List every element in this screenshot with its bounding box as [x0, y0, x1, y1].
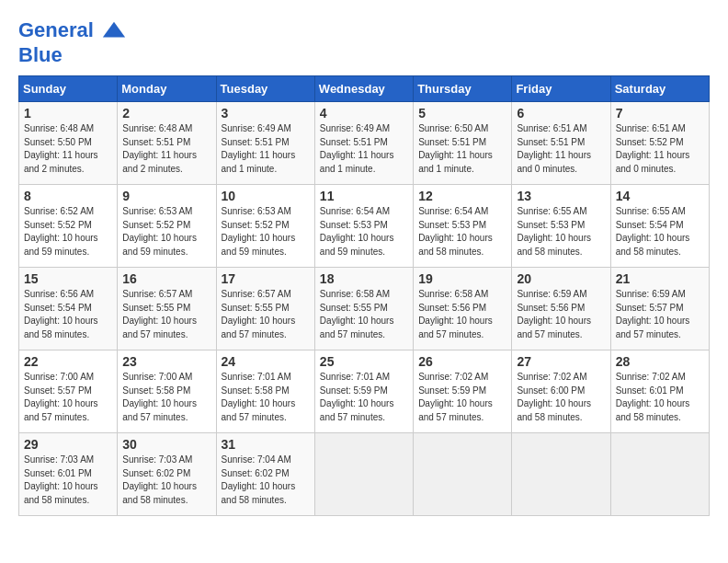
- day-number: 9: [122, 189, 210, 203]
- day-info: Sunrise: 6:55 AMSunset: 5:53 PMDaylight:…: [517, 205, 605, 259]
- calendar-cell: 17Sunrise: 6:57 AMSunset: 5:55 PMDayligh…: [216, 268, 314, 350]
- day-of-week-header: Tuesday: [216, 76, 314, 102]
- calendar-cell: 19Sunrise: 6:58 AMSunset: 5:56 PMDayligh…: [414, 268, 512, 350]
- calendar-cell: 15Sunrise: 6:56 AMSunset: 5:54 PMDayligh…: [19, 268, 118, 350]
- day-number: 10: [222, 189, 310, 203]
- calendar-cell: [414, 433, 512, 516]
- calendar-cell: 7Sunrise: 6:51 AMSunset: 5:52 PMDaylight…: [610, 102, 709, 185]
- calendar-cell: 12Sunrise: 6:54 AMSunset: 5:53 PMDayligh…: [414, 185, 512, 268]
- calendar-cell: 10Sunrise: 6:53 AMSunset: 5:52 PMDayligh…: [216, 185, 314, 268]
- calendar-cell: 18Sunrise: 6:58 AMSunset: 5:55 PMDayligh…: [314, 268, 413, 350]
- day-info: Sunrise: 6:56 AMSunset: 5:54 PMDaylight:…: [24, 288, 112, 341]
- day-info: Sunrise: 7:00 AMSunset: 5:57 PMDaylight:…: [24, 371, 112, 424]
- day-of-week-header: Friday: [512, 76, 610, 102]
- day-info: Sunrise: 6:54 AMSunset: 5:53 PMDaylight:…: [418, 205, 506, 259]
- day-number: 2: [122, 106, 210, 121]
- day-number: 12: [418, 189, 506, 203]
- calendar-cell: 25Sunrise: 7:01 AMSunset: 5:59 PMDayligh…: [314, 350, 413, 433]
- logo-text-blue: Blue: [18, 44, 127, 66]
- calendar-cell: 8Sunrise: 6:52 AMSunset: 5:52 PMDaylight…: [19, 185, 118, 268]
- calendar-cell: [512, 433, 610, 516]
- day-info: Sunrise: 6:49 AMSunset: 5:51 PMDaylight:…: [222, 122, 310, 176]
- day-of-week-header: Wednesday: [314, 76, 413, 102]
- day-info: Sunrise: 7:04 AMSunset: 6:02 PMDaylight:…: [222, 454, 310, 507]
- day-number: 4: [320, 106, 408, 121]
- calendar-cell: 20Sunrise: 6:59 AMSunset: 5:56 PMDayligh…: [512, 268, 610, 350]
- calendar-cell: 30Sunrise: 7:03 AMSunset: 6:02 PMDayligh…: [118, 433, 216, 516]
- day-number: 18: [320, 271, 408, 286]
- calendar-header-row: SundayMondayTuesdayWednesdayThursdayFrid…: [19, 76, 710, 102]
- day-of-week-header: Monday: [118, 76, 216, 102]
- calendar-cell: 9Sunrise: 6:53 AMSunset: 5:52 PMDaylight…: [118, 185, 216, 268]
- day-info: Sunrise: 6:57 AMSunset: 5:55 PMDaylight:…: [222, 288, 310, 341]
- day-number: 26: [418, 354, 506, 369]
- day-number: 11: [320, 189, 408, 203]
- calendar-cell: 29Sunrise: 7:03 AMSunset: 6:01 PMDayligh…: [19, 433, 118, 516]
- day-info: Sunrise: 6:53 AMSunset: 5:52 PMDaylight:…: [122, 205, 210, 259]
- day-number: 7: [616, 106, 704, 121]
- day-info: Sunrise: 6:58 AMSunset: 5:55 PMDaylight:…: [320, 288, 408, 341]
- day-of-week-header: Sunday: [19, 76, 118, 102]
- day-number: 1: [24, 106, 112, 121]
- calendar-body: 1Sunrise: 6:48 AMSunset: 5:50 PMDaylight…: [19, 102, 710, 516]
- day-info: Sunrise: 6:51 AMSunset: 5:51 PMDaylight:…: [517, 122, 605, 176]
- calendar-cell: [314, 433, 413, 516]
- calendar-cell: 4Sunrise: 6:49 AMSunset: 5:51 PMDaylight…: [314, 102, 413, 185]
- day-number: 5: [418, 106, 506, 121]
- day-of-week-header: Saturday: [610, 76, 709, 102]
- calendar-cell: 3Sunrise: 6:49 AMSunset: 5:51 PMDaylight…: [216, 102, 314, 185]
- day-number: 24: [222, 354, 310, 369]
- calendar-cell: 13Sunrise: 6:55 AMSunset: 5:53 PMDayligh…: [512, 185, 610, 268]
- day-number: 6: [517, 106, 605, 121]
- day-number: 8: [24, 189, 112, 203]
- logo-text: General: [18, 18, 127, 44]
- day-info: Sunrise: 6:52 AMSunset: 5:52 PMDaylight:…: [24, 205, 112, 259]
- day-number: 3: [222, 106, 310, 121]
- day-info: Sunrise: 6:58 AMSunset: 5:56 PMDaylight:…: [418, 288, 506, 341]
- day-number: 13: [517, 189, 605, 203]
- calendar-cell: 26Sunrise: 7:02 AMSunset: 5:59 PMDayligh…: [414, 350, 512, 433]
- day-info: Sunrise: 6:55 AMSunset: 5:54 PMDaylight:…: [616, 205, 704, 259]
- calendar-cell: 27Sunrise: 7:02 AMSunset: 6:00 PMDayligh…: [512, 350, 610, 433]
- calendar-table: SundayMondayTuesdayWednesdayThursdayFrid…: [18, 75, 710, 516]
- calendar-week-row: 15Sunrise: 6:56 AMSunset: 5:54 PMDayligh…: [19, 268, 710, 350]
- day-info: Sunrise: 7:03 AMSunset: 6:02 PMDaylight:…: [122, 454, 210, 507]
- calendar-cell: 5Sunrise: 6:50 AMSunset: 5:51 PMDaylight…: [414, 102, 512, 185]
- calendar-week-row: 22Sunrise: 7:00 AMSunset: 5:57 PMDayligh…: [19, 350, 710, 433]
- day-number: 23: [122, 354, 210, 369]
- day-info: Sunrise: 6:59 AMSunset: 5:57 PMDaylight:…: [616, 288, 704, 341]
- day-info: Sunrise: 6:57 AMSunset: 5:55 PMDaylight:…: [122, 288, 210, 341]
- calendar-week-row: 29Sunrise: 7:03 AMSunset: 6:01 PMDayligh…: [19, 433, 710, 516]
- day-info: Sunrise: 7:02 AMSunset: 6:01 PMDaylight:…: [616, 371, 704, 424]
- page-header: General Blue: [18, 18, 710, 66]
- day-number: 21: [616, 271, 704, 286]
- day-info: Sunrise: 6:59 AMSunset: 5:56 PMDaylight:…: [517, 288, 605, 341]
- day-number: 17: [222, 271, 310, 286]
- day-info: Sunrise: 6:54 AMSunset: 5:53 PMDaylight:…: [320, 205, 408, 259]
- calendar-cell: 23Sunrise: 7:00 AMSunset: 5:58 PMDayligh…: [118, 350, 216, 433]
- day-number: 15: [24, 271, 112, 286]
- logo: General Blue: [18, 18, 127, 66]
- day-number: 20: [517, 271, 605, 286]
- day-info: Sunrise: 6:50 AMSunset: 5:51 PMDaylight:…: [418, 122, 506, 176]
- calendar-cell: 22Sunrise: 7:00 AMSunset: 5:57 PMDayligh…: [19, 350, 118, 433]
- calendar-cell: 16Sunrise: 6:57 AMSunset: 5:55 PMDayligh…: [118, 268, 216, 350]
- calendar-cell: 31Sunrise: 7:04 AMSunset: 6:02 PMDayligh…: [216, 433, 314, 516]
- day-info: Sunrise: 6:53 AMSunset: 5:52 PMDaylight:…: [222, 205, 310, 259]
- day-number: 28: [616, 354, 704, 369]
- calendar-cell: 28Sunrise: 7:02 AMSunset: 6:01 PMDayligh…: [610, 350, 709, 433]
- day-info: Sunrise: 7:01 AMSunset: 5:59 PMDaylight:…: [320, 371, 408, 424]
- day-number: 30: [122, 437, 210, 452]
- calendar-cell: 24Sunrise: 7:01 AMSunset: 5:58 PMDayligh…: [216, 350, 314, 433]
- day-info: Sunrise: 7:02 AMSunset: 5:59 PMDaylight:…: [418, 371, 506, 424]
- day-number: 22: [24, 354, 112, 369]
- day-number: 29: [24, 437, 112, 452]
- day-number: 27: [517, 354, 605, 369]
- calendar-cell: 14Sunrise: 6:55 AMSunset: 5:54 PMDayligh…: [610, 185, 709, 268]
- day-info: Sunrise: 7:03 AMSunset: 6:01 PMDaylight:…: [24, 454, 112, 507]
- calendar-cell: 2Sunrise: 6:48 AMSunset: 5:51 PMDaylight…: [118, 102, 216, 185]
- day-number: 16: [122, 271, 210, 286]
- day-info: Sunrise: 6:51 AMSunset: 5:52 PMDaylight:…: [616, 122, 704, 176]
- calendar-cell: 1Sunrise: 6:48 AMSunset: 5:50 PMDaylight…: [19, 102, 118, 185]
- day-info: Sunrise: 6:49 AMSunset: 5:51 PMDaylight:…: [320, 122, 408, 176]
